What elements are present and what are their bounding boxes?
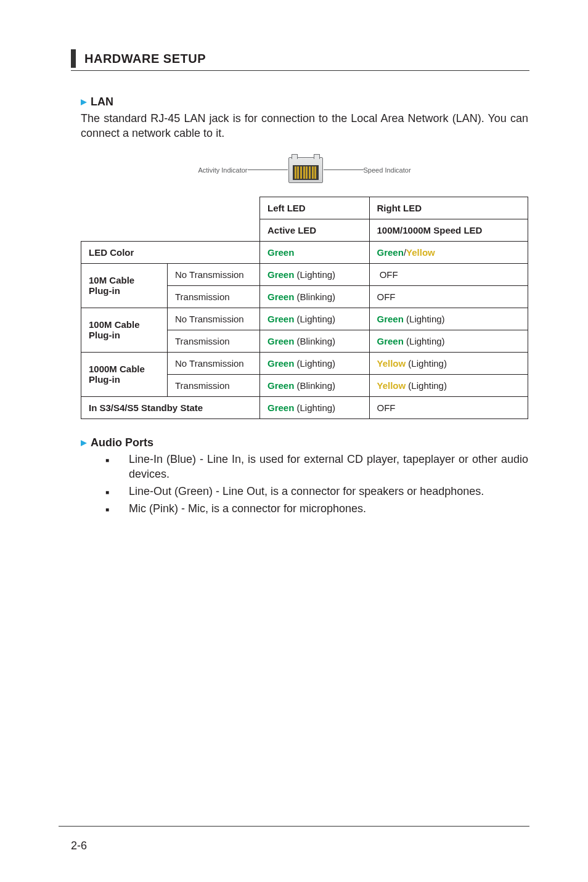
row-100m: 100M Cable Plug-in	[81, 308, 168, 352]
cell-10m-notx: No Transmission	[168, 263, 260, 285]
cell-10m-tx-left: Green (Blinking)	[260, 285, 370, 308]
led-color-left: Green	[260, 241, 370, 263]
cell-1000m-notx-right: Yellow (Lighting)	[369, 352, 528, 374]
cell-standby-right: OFF	[369, 396, 528, 419]
list-item: Line-Out (Green) - Line Out, is a connec…	[105, 484, 528, 499]
row-standby: In S3/S4/S5 Standby State	[81, 396, 260, 419]
cell-1000m-tx: Transmission	[168, 374, 260, 396]
cell-100m-tx-right: Green (Lighting)	[369, 330, 528, 352]
page-number: 2-6	[71, 839, 87, 852]
cell-1000m-notx-left: Green (Lighting)	[260, 352, 370, 374]
cell-100m-tx: Transmission	[168, 330, 260, 352]
cell-100m-tx-left: Green (Blinking)	[260, 330, 370, 352]
led-table: Left LED Right LED Active LED 100M/1000M…	[81, 197, 528, 419]
audio-list: Line-In (Blue) - Line In, is used for ex…	[81, 452, 528, 517]
row-10m: 10M Cable Plug-in	[81, 263, 168, 308]
triangle-right-icon	[81, 436, 87, 449]
lan-body-text: The standard RJ-45 LAN jack is for conne…	[81, 111, 528, 141]
th-speed-led: 100M/1000M Speed LED	[369, 219, 528, 241]
cell-100m-notx-right: Green (Lighting)	[369, 308, 528, 330]
header-rule	[71, 70, 529, 71]
cell-standby-left: Green (Lighting)	[260, 396, 370, 419]
cell-10m-tx-right: OFF	[369, 285, 528, 308]
svg-marker-1	[81, 440, 87, 446]
audio-heading-text: Audio Ports	[91, 436, 153, 449]
triangle-right-icon	[81, 96, 87, 108]
cell-1000m-tx-left: Green (Blinking)	[260, 374, 370, 396]
footer-rule	[59, 826, 529, 827]
audio-heading: Audio Ports	[81, 436, 528, 449]
svg-marker-0	[81, 99, 87, 105]
led-color-right: Green/Yellow	[369, 241, 528, 263]
cell-100m-notx-left: Green (Lighting)	[260, 308, 370, 330]
cell-100m-notx: No Transmission	[168, 308, 260, 330]
th-left-led: Left LED	[260, 197, 370, 219]
cell-1000m-tx-right: Yellow (Lighting)	[369, 374, 528, 396]
activity-indicator-label: Activity Indicator	[198, 166, 247, 174]
speed-indicator-label: Speed Indicator	[364, 166, 411, 174]
rj45-diagram: Activity Indicator Speed Indicator	[81, 157, 528, 183]
row-led-color: LED Color	[81, 241, 260, 263]
th-active-led: Active LED	[260, 219, 370, 241]
cell-10m-notx-left: Green (Lighting)	[260, 263, 370, 285]
list-item: Line-In (Blue) - Line In, is used for ex…	[105, 452, 528, 482]
cell-10m-notx-right: OFF	[369, 263, 528, 285]
diagram-line-left	[248, 169, 288, 170]
diagram-line-right	[324, 169, 364, 170]
section-title: HARDWARE SETUP	[84, 52, 206, 66]
rj45-jack-icon	[288, 157, 323, 183]
cell-1000m-notx: No Transmission	[168, 352, 260, 374]
section-bar-icon	[71, 49, 76, 68]
lan-heading: LAN	[81, 96, 528, 108]
section-header: HARDWARE SETUP	[71, 49, 529, 68]
cell-10m-tx: Transmission	[168, 285, 260, 308]
lan-heading-text: LAN	[91, 96, 113, 108]
row-1000m: 1000M Cable Plug-in	[81, 352, 168, 396]
th-right-led: Right LED	[369, 197, 528, 219]
list-item: Mic (Pink) - Mic, is a connector for mic…	[105, 501, 528, 516]
